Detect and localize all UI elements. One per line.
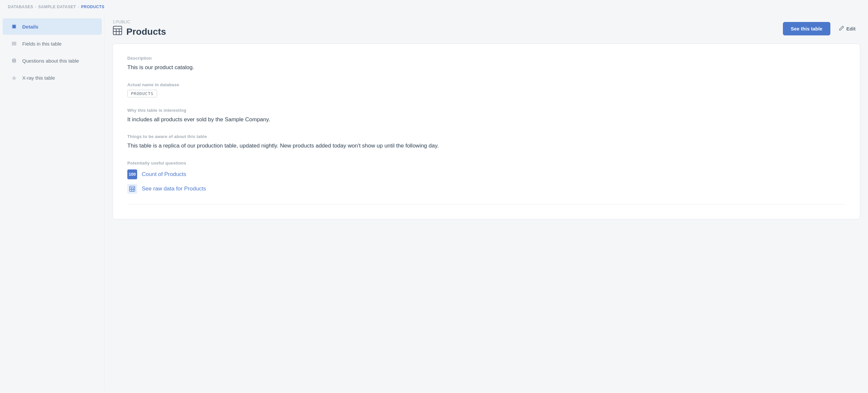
page-header-actions: See this table Edit [783,22,860,35]
question-raw-data-products[interactable]: See raw data for Products [127,184,845,194]
edit-label: Edit [846,26,856,31]
details-icon [10,23,18,30]
raw-data-icon [127,184,137,194]
chevron-icon-1: › [35,5,36,9]
db-name-badge: PRODUCTS [127,90,157,97]
main-layout: Details Fields in this table Questio [0,14,868,392]
count-products-label: Count of Products [142,171,186,178]
breadcrumb-products: PRODUCTS [81,5,104,9]
table-icon [113,26,122,38]
sidebar-item-questions[interactable]: Questions about this table [3,52,102,69]
schema-label: 1:PUBLIC [113,20,166,24]
svg-rect-4 [12,45,17,45]
svg-rect-3 [12,43,17,44]
content-area: 1:PUBLIC Products See this [105,14,868,392]
chevron-icon-2: › [78,5,79,9]
sidebar-item-fields-label: Fields in this table [22,41,62,47]
page-title-row: Products [113,26,166,38]
page-header-left: 1:PUBLIC Products [113,20,166,38]
pencil-icon [839,26,844,32]
sidebar-item-xray[interactable]: X-ray this table [3,69,102,86]
why-interesting-section: Why this table is interesting It include… [127,108,845,124]
sidebar-item-details[interactable]: Details [3,18,102,35]
question-count-products[interactable]: 100 Count of Products [127,169,845,179]
question-links: 100 Count of Products [127,169,845,194]
why-interesting-label: Why this table is interesting [127,108,845,113]
things-aware-label: Things to be aware of about this table [127,134,845,139]
breadcrumb: DATABASES › SAMPLE DATASET › PRODUCTS [0,0,868,14]
things-aware-value: This table is a replica of our productio… [127,142,845,150]
description-label: Description [127,56,845,61]
edit-button[interactable]: Edit [834,22,860,35]
questions-icon [10,57,18,64]
count-icon: 100 [127,169,137,179]
detail-card: Description This is our product catalog.… [113,44,860,219]
svg-rect-14 [130,186,135,191]
svg-marker-8 [11,75,17,80]
things-aware-section: Things to be aware of about this table T… [127,134,845,150]
sidebar-item-questions-label: Questions about this table [22,58,79,63]
xray-icon [10,74,18,81]
actual-name-label: Actual name in database [127,82,845,87]
actual-name-section: Actual name in database PRODUCTS [127,82,845,97]
page-title: Products [126,27,166,37]
why-interesting-value: It includes all products ever sold by th… [127,115,845,124]
breadcrumb-databases[interactable]: DATABASES [8,5,33,9]
description-value: This is our product catalog. [127,63,845,72]
see-table-button[interactable]: See this table [783,22,830,35]
raw-data-products-label: See raw data for Products [142,186,206,192]
useful-questions-section: Potentially useful questions 100 Count o… [127,161,845,194]
page-header: 1:PUBLIC Products See this [113,14,860,44]
sidebar-item-details-label: Details [22,24,38,29]
sidebar-item-fields[interactable]: Fields in this table [3,35,102,52]
sidebar-item-xray-label: X-ray this table [22,75,55,81]
sidebar: Details Fields in this table Questio [0,14,105,392]
svg-rect-1 [12,25,16,28]
svg-rect-9 [113,26,122,35]
svg-rect-2 [12,42,17,43]
breadcrumb-sample-dataset[interactable]: SAMPLE DATASET [38,5,76,9]
fields-icon [10,40,18,47]
useful-questions-label: Potentially useful questions [127,161,845,166]
description-section: Description This is our product catalog. [127,56,845,72]
section-divider [127,204,845,204]
